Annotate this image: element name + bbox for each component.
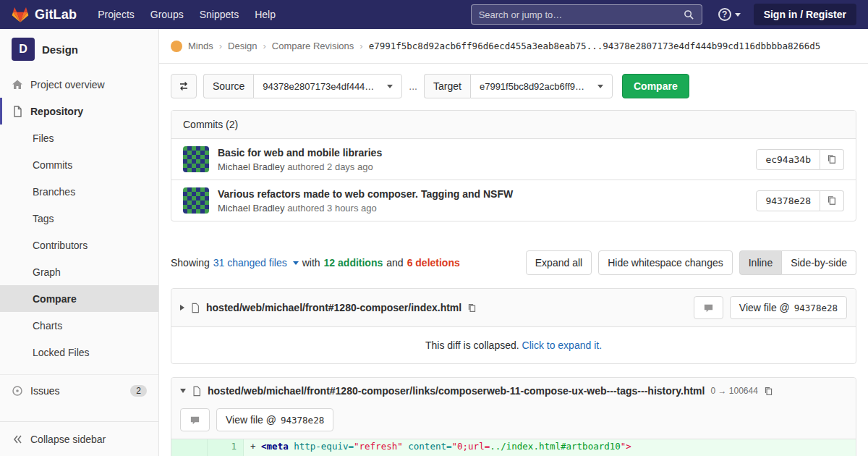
- gitlab-app: GitLab Projects Groups Snippets Help ? S…: [0, 0, 868, 456]
- view-file-button[interactable]: View file @ 94378e28: [730, 296, 847, 319]
- diff-file-panel: hosted/web/michael/front#1280-composer/i…: [171, 288, 856, 364]
- copy-icon[interactable]: [764, 387, 773, 396]
- sidebar-item-issues[interactable]: Issues 2: [0, 374, 158, 406]
- sidebar-item-charts[interactable]: Charts: [0, 312, 158, 339]
- diff-actions: Expand all Hide whitespace changes Inlin…: [526, 250, 856, 275]
- sidebar-item-graph[interactable]: Graph: [0, 258, 158, 285]
- sidebar-item-overview[interactable]: Project overview: [0, 71, 158, 98]
- and-label: and: [386, 257, 403, 269]
- changed-files-dropdown[interactable]: 31 changed files: [213, 257, 287, 269]
- sidebar-item-compare[interactable]: Compare: [0, 285, 158, 312]
- compare-form: Source 94378e2807173e4df444… ... Target …: [171, 74, 856, 98]
- nav-item-projects[interactable]: Projects: [90, 0, 142, 29]
- collapse-caret-icon[interactable]: [180, 305, 184, 311]
- commit-title[interactable]: Basic for web and mobile libraries: [218, 147, 747, 159]
- breadcrumb: Minds › Design › Compare Revisions › e79…: [159, 29, 868, 64]
- commit-sha-group: ec94a34b: [756, 149, 844, 170]
- commit-title[interactable]: Various refactors made to web composer. …: [218, 188, 747, 200]
- copy-icon: [827, 154, 837, 164]
- sidebar-item-contributors[interactable]: Contributors: [0, 232, 158, 258]
- commit-authored-text: authored 3 hours ago: [287, 203, 377, 214]
- inline-view-button[interactable]: Inline: [739, 250, 782, 275]
- breadcrumb-group[interactable]: Minds: [188, 41, 213, 51]
- sidebar-item-locked-files[interactable]: Locked Files: [0, 339, 158, 366]
- diff-file-header: hosted/web/michael/front#1280-composer/l…: [171, 378, 856, 439]
- commit-author-link[interactable]: Michael Bradley: [218, 161, 285, 172]
- commit-author-link[interactable]: Michael Bradley: [218, 203, 285, 214]
- old-line-number[interactable]: [171, 439, 208, 454]
- code-token: <meta: [261, 441, 294, 452]
- diff-sign: +: [250, 441, 261, 452]
- source-ref-group: Source 94378e2807173e4df444…: [203, 74, 402, 98]
- expand-diff-link[interactable]: Click to expand it.: [522, 339, 603, 351]
- collapsed-diff-message: This diff is collapsed. Click to expand …: [171, 327, 856, 363]
- double-chevron-left-icon: [12, 434, 23, 445]
- project-context[interactable]: D Design: [0, 29, 158, 71]
- target-ref-dropdown[interactable]: e7991f5bc8d92acb6ff9…: [470, 74, 613, 98]
- commit-row: Various refactors made to web composer. …: [171, 180, 856, 221]
- diff-stats-bar: Showing 31 changed files with 12 additio…: [171, 250, 856, 275]
- file-actions: View file @ 94378e28: [180, 408, 847, 431]
- target-ref-value: e7991f5bc8d92acb6ff9…: [480, 81, 584, 92]
- toggle-comments-button[interactable]: [180, 408, 210, 431]
- nav-item-help[interactable]: Help: [247, 0, 284, 29]
- sidebar-item-tags[interactable]: Tags: [0, 205, 158, 232]
- home-icon: [12, 79, 23, 90]
- nav-item-groups[interactable]: Groups: [142, 0, 192, 29]
- avatar: [183, 187, 209, 214]
- compare-button[interactable]: Compare: [622, 74, 689, 98]
- chevron-down-icon: [597, 85, 603, 88]
- nav-item-snippets[interactable]: Snippets: [192, 0, 247, 29]
- target-ref-group: Target e7991f5bc8d92acb6ff9…: [424, 74, 613, 98]
- commit-sha: ec94a34b: [756, 149, 820, 170]
- source-label: Source: [203, 74, 253, 98]
- hide-whitespace-button[interactable]: Hide whitespace changes: [598, 250, 733, 275]
- collapse-sidebar-label: Collapse sidebar: [30, 434, 106, 445]
- commit-info: Various refactors made to web composer. …: [218, 188, 747, 214]
- breadcrumb-compare[interactable]: Compare Revisions: [272, 41, 354, 51]
- search-box[interactable]: [471, 4, 702, 25]
- view-file-button[interactable]: View file @ 94378e28: [216, 408, 333, 431]
- source-ref-value: 94378e2807173e4df444…: [263, 81, 374, 92]
- commit-meta: Michael Bradley authored 2 days ago: [218, 161, 747, 172]
- help-icon: ?: [718, 8, 731, 21]
- top-navbar: GitLab Projects Groups Snippets Help ? S…: [0, 0, 868, 29]
- gitlab-logo[interactable]: GitLab: [12, 6, 77, 23]
- breadcrumb-project[interactable]: Design: [228, 41, 257, 51]
- collapse-caret-icon[interactable]: [180, 389, 186, 393]
- breadcrumb-separator: ›: [359, 41, 362, 51]
- sign-in-button[interactable]: Sign in / Register: [754, 4, 856, 25]
- copy-sha-button[interactable]: [820, 149, 844, 170]
- expand-all-button[interactable]: Expand all: [526, 250, 592, 275]
- chevron-down-icon[interactable]: [293, 261, 299, 265]
- file-mode-change: 0 → 100644: [710, 386, 757, 396]
- collapse-sidebar-button[interactable]: Collapse sidebar: [0, 421, 158, 456]
- swap-revisions-button[interactable]: [171, 74, 197, 98]
- toggle-comments-button[interactable]: [694, 296, 723, 319]
- file-path[interactable]: hosted/web/michael/front#1280-composer/l…: [208, 385, 705, 397]
- commit-sha: 94378e28: [756, 190, 820, 211]
- deletions-count: 6 deletions: [407, 257, 460, 269]
- copy-icon: [827, 195, 837, 206]
- code-token: ../index.html#artboard10: [490, 441, 621, 452]
- new-line-number[interactable]: 1: [208, 439, 244, 454]
- main-content: Minds › Design › Compare Revisions › e79…: [159, 29, 868, 456]
- file-path[interactable]: hosted/web/michael/front#1280-composer/i…: [206, 302, 461, 313]
- sidebar-item-commits[interactable]: Commits: [0, 151, 158, 178]
- copy-icon[interactable]: [467, 303, 477, 313]
- copy-sha-button[interactable]: [820, 190, 844, 211]
- source-ref-dropdown[interactable]: 94378e2807173e4df444…: [253, 74, 402, 98]
- comment-icon: [190, 415, 200, 426]
- commit-sha-group: 94378e28: [756, 190, 844, 211]
- sidebar-item-files[interactable]: Files: [0, 124, 158, 151]
- primary-nav: Projects Groups Snippets Help: [90, 0, 284, 29]
- breadcrumb-current-range: e7991f5bc8d92acb6ff96d6ecd455a3eab8eab75…: [369, 41, 821, 51]
- sidebar-item-repository[interactable]: Repository: [0, 98, 158, 124]
- search-input[interactable]: [479, 9, 678, 20]
- sidebar-item-branches[interactable]: Branches: [0, 178, 158, 205]
- commit-meta: Michael Bradley authored 3 hours ago: [218, 203, 747, 214]
- diff-added-line: 1 + <meta http-equiv="refresh" content="…: [171, 439, 856, 454]
- help-dropdown[interactable]: ?: [718, 8, 741, 21]
- side-by-side-view-button[interactable]: Side-by-side: [782, 250, 856, 275]
- sidebar-item-label: Repository: [30, 106, 83, 117]
